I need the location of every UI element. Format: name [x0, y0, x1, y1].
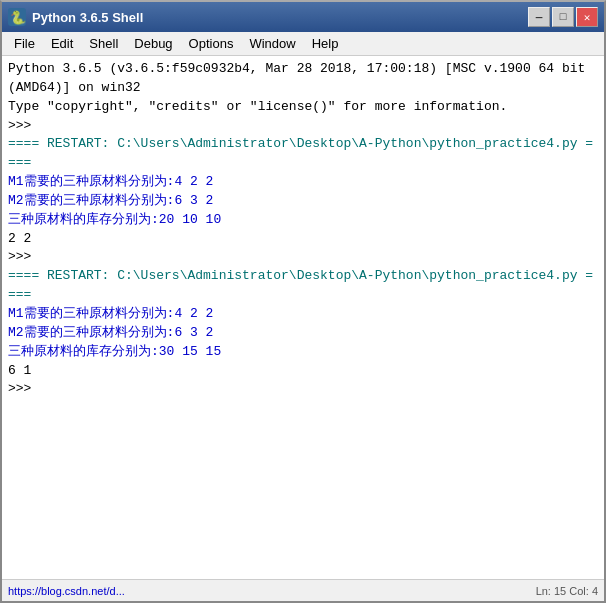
python-shell-window: 🐍 Python 3.6.5 Shell — □ ✕ FileEditShell… — [0, 0, 606, 603]
shell-line: >>> — [8, 380, 598, 399]
minimize-button[interactable]: — — [528, 7, 550, 27]
shell-line: Python 3.6.5 (v3.6.5:f59c0932b4, Mar 28 … — [8, 60, 598, 98]
python-icon: 🐍 — [8, 8, 26, 26]
shell-line: 三种原材料的库存分别为:20 10 10 — [8, 211, 598, 230]
shell-line: ==== RESTART: C:\Users\Administrator\Des… — [8, 135, 598, 173]
menu-item-debug[interactable]: Debug — [126, 34, 180, 53]
menu-item-options[interactable]: Options — [181, 34, 242, 53]
shell-line: Type "copyright", "credits" or "license(… — [8, 98, 598, 117]
shell-line: M2需要的三种原材料分别为:6 3 2 — [8, 324, 598, 343]
shell-line: 三种原材料的库存分别为:30 15 15 — [8, 343, 598, 362]
menu-item-help[interactable]: Help — [304, 34, 347, 53]
maximize-button[interactable]: □ — [552, 7, 574, 27]
window-controls: — □ ✕ — [528, 7, 598, 27]
shell-line: ==== RESTART: C:\Users\Administrator\Des… — [8, 267, 598, 305]
svg-text:🐍: 🐍 — [10, 9, 26, 26]
title-bar: 🐍 Python 3.6.5 Shell — □ ✕ — [2, 2, 604, 32]
menu-bar: FileEditShellDebugOptionsWindowHelp — [2, 32, 604, 56]
status-position: Ln: 15 Col: 4 — [536, 585, 598, 597]
menu-item-file[interactable]: File — [6, 34, 43, 53]
shell-line: M1需要的三种原材料分别为:4 2 2 — [8, 173, 598, 192]
close-button[interactable]: ✕ — [576, 7, 598, 27]
shell-line: M1需要的三种原材料分别为:4 2 2 — [8, 305, 598, 324]
shell-output[interactable]: Python 3.6.5 (v3.6.5:f59c0932b4, Mar 28 … — [2, 56, 604, 579]
shell-line: 2 2 — [8, 230, 598, 249]
shell-line: >>> — [8, 248, 598, 267]
shell-line: >>> — [8, 117, 598, 136]
menu-item-edit[interactable]: Edit — [43, 34, 81, 53]
status-bar: https://blog.csdn.net/d... Ln: 15 Col: 4 — [2, 579, 604, 601]
menu-item-window[interactable]: Window — [241, 34, 303, 53]
status-url: https://blog.csdn.net/d... — [8, 585, 125, 597]
menu-item-shell[interactable]: Shell — [81, 34, 126, 53]
shell-line: M2需要的三种原材料分别为:6 3 2 — [8, 192, 598, 211]
shell-line: 6 1 — [8, 362, 598, 381]
window-title: Python 3.6.5 Shell — [32, 10, 528, 25]
